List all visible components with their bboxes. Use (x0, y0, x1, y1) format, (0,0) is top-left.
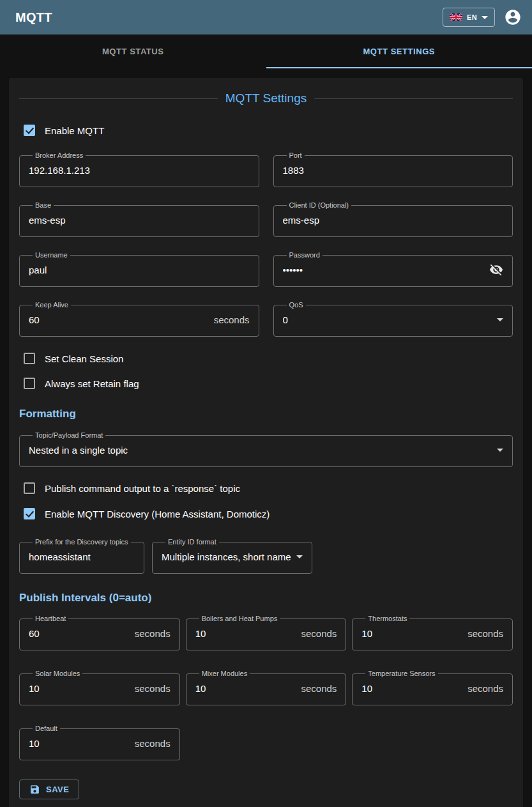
checkbox-clean-session[interactable]: Set Clean Session (19, 351, 513, 366)
checkbox-enable-mqtt[interactable]: Enable MQTT (19, 123, 513, 138)
checkbox-label: Set Clean Session (45, 353, 123, 364)
discovery-prefix-field[interactable]: Prefix for the Discovery topics homeassi… (19, 538, 144, 574)
field-label: Base (33, 201, 54, 209)
unit-adornment: seconds (135, 683, 171, 694)
field-label: Broker Address (33, 151, 86, 159)
topic-payload-format-select[interactable]: Topic/Payload Format Nested in a single … (19, 431, 513, 467)
card-title-row: MQTT Settings (19, 91, 513, 106)
unit-adornment: seconds (135, 738, 171, 749)
tab-mqtt-status[interactable]: MQTT STATUS (0, 35, 266, 68)
language-selector-button[interactable]: EN (443, 8, 495, 27)
field-label: Boilers and Heat Pumps (199, 615, 280, 622)
unit-adornment: seconds (301, 683, 337, 694)
field-value: 192.168.1.213 (29, 165, 250, 176)
field-value: ems-esp (283, 215, 504, 226)
unit-adornment: seconds (214, 314, 250, 325)
save-icon (29, 784, 40, 795)
caret-down-icon (497, 449, 503, 452)
field-value: paul (29, 265, 250, 275)
field-label: Password (287, 251, 323, 259)
entity-id-format-select[interactable]: Entity ID format Multiple instances, sho… (152, 538, 312, 574)
mqtt-settings-card: MQTT Settings Enable MQTT Broker Address… (9, 78, 523, 807)
field-value: 10 (29, 683, 130, 694)
field-label: Temperature Sensors (365, 670, 437, 677)
active-tab-indicator (266, 67, 532, 68)
field-value: 1883 (283, 165, 504, 176)
divider (314, 98, 513, 99)
checkbox-icon[interactable] (24, 353, 35, 364)
keep-alive-field[interactable]: Keep Alive 60 seconds (19, 301, 259, 337)
solar-interval-field[interactable]: Solar Modules 10 seconds (19, 670, 180, 705)
checkbox-response-topic[interactable]: Publish command output to a `response` t… (19, 480, 513, 496)
field-value: 10 (195, 628, 296, 639)
thermostats-interval-field[interactable]: Thermostats 10 seconds (352, 615, 513, 650)
field-value: •••••• (283, 265, 485, 275)
field-value: homeassistant (29, 551, 135, 562)
uk-flag-icon (450, 13, 462, 21)
formatting-heading: Formatting (19, 408, 513, 422)
checkbox-icon[interactable] (24, 378, 35, 389)
field-label: Topic/Payload Format (33, 431, 105, 439)
save-button[interactable]: SAVE (19, 780, 79, 799)
checkbox-mqtt-discovery[interactable]: Enable MQTT Discovery (Home Assistant, D… (19, 506, 513, 521)
client-id-field[interactable]: Client ID (Optional) ems-esp (273, 201, 513, 237)
tab-mqtt-settings[interactable]: MQTT SETTINGS (266, 35, 532, 68)
unit-adornment: seconds (301, 628, 337, 639)
base-field[interactable]: Base ems-esp (19, 201, 259, 237)
visibility-off-icon (489, 263, 503, 277)
checkbox-label: Publish command output to a `response` t… (45, 483, 240, 494)
mixer-interval-field[interactable]: Mixer Modules 10 seconds (186, 670, 347, 705)
field-label: Thermostats (365, 615, 409, 622)
field-label: Entity ID format (165, 538, 219, 546)
field-value: ems-esp (29, 215, 250, 226)
password-field[interactable]: Password •••••• (273, 251, 513, 287)
unit-adornment: seconds (467, 683, 503, 694)
account-circle-icon (504, 8, 522, 26)
field-value: 10 (195, 683, 296, 694)
field-label: Prefix for the Discovery topics (33, 538, 131, 546)
field-label: Keep Alive (33, 301, 71, 309)
language-label: EN (467, 13, 477, 21)
checkbox-label: Enable MQTT Discovery (Home Assistant, D… (45, 509, 270, 519)
user-avatar-button[interactable] (504, 8, 522, 26)
publish-intervals-grid: Heartbeat 60 seconds Boilers and Heat Pu… (19, 615, 513, 760)
field-label: QoS (287, 301, 306, 309)
broker-address-field[interactable]: Broker Address 192.168.1.213 (19, 151, 259, 187)
qos-select[interactable]: QoS 0 (273, 301, 513, 337)
checkbox-icon[interactable] (24, 125, 35, 136)
select-value: Nested in a single topic (29, 445, 492, 456)
checkbox-icon[interactable] (24, 482, 35, 494)
field-value: 10 (361, 628, 462, 639)
field-value: 10 (361, 683, 462, 694)
tab-bar: MQTT STATUS MQTT SETTINGS (0, 35, 532, 68)
discovery-fields-row: Prefix for the Discovery topics homeassi… (19, 538, 513, 574)
field-value: 60 (29, 628, 130, 639)
field-value: 10 (29, 738, 130, 749)
caret-down-icon (497, 318, 503, 321)
app-bar: MQTT EN (0, 0, 532, 35)
field-label: Solar Modules (33, 670, 82, 677)
username-field[interactable]: Username paul (19, 251, 259, 287)
chevron-down-icon (482, 16, 488, 19)
field-label: Username (33, 251, 70, 259)
default-interval-field[interactable]: Default 10 seconds (19, 725, 180, 760)
field-label: Client ID (Optional) (287, 201, 352, 209)
tab-label: MQTT SETTINGS (363, 47, 435, 56)
toggle-password-visibility-button[interactable] (489, 263, 503, 277)
field-label: Default (33, 725, 60, 732)
heartbeat-interval-field[interactable]: Heartbeat 60 seconds (19, 615, 180, 650)
port-field[interactable]: Port 1883 (273, 151, 513, 187)
boilers-interval-field[interactable]: Boilers and Heat Pumps 10 seconds (186, 615, 347, 650)
temperature-sensors-interval-field[interactable]: Temperature Sensors 10 seconds (352, 670, 513, 705)
page-title: MQTT (15, 10, 52, 25)
field-value: 60 (29, 314, 209, 325)
divider (19, 98, 218, 99)
checkbox-icon[interactable] (24, 508, 35, 519)
field-label: Port (287, 151, 305, 159)
publish-intervals-heading: Publish Intervals (0=auto) (19, 592, 513, 606)
field-label: Mixer Modules (199, 670, 250, 677)
checkbox-retain-flag[interactable]: Always set Retain flag (19, 376, 513, 391)
select-value: Multiple instances, short name (162, 551, 291, 562)
caret-down-icon (296, 555, 303, 558)
save-button-label: SAVE (46, 785, 69, 794)
